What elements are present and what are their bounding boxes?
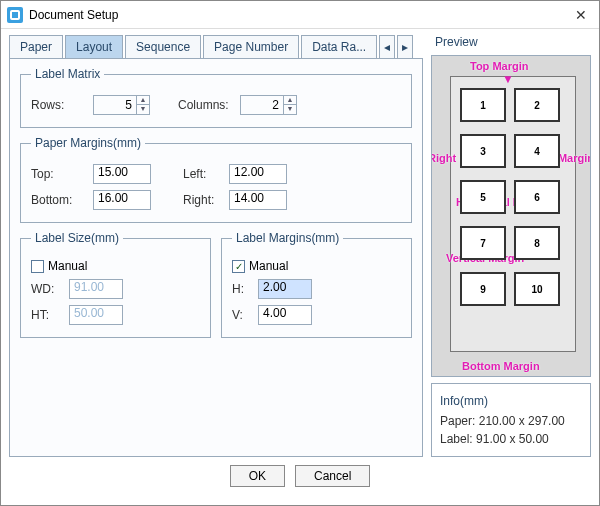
ann-top: Top Margin xyxy=(470,60,528,72)
preview-cell: 3 xyxy=(460,134,506,168)
layout-panel: Label Matrix Rows: 5 ▲▼ Columns: 2 ▲▼ xyxy=(9,59,423,457)
ok-button[interactable]: OK xyxy=(230,465,285,487)
cancel-button[interactable]: Cancel xyxy=(295,465,370,487)
margin-top-input[interactable]: 15.00 xyxy=(93,164,151,184)
window-title: Document Setup xyxy=(29,8,569,22)
cols-down[interactable]: ▼ xyxy=(284,105,296,114)
document-setup-dialog: Document Setup ✕ Paper Layout Sequence P… xyxy=(0,0,600,506)
rows-label: Rows: xyxy=(31,98,87,112)
tab-page-number[interactable]: Page Number xyxy=(203,35,299,58)
ht-input: 50.00 xyxy=(69,305,123,325)
label-margins-manual-label: Manual xyxy=(249,259,288,273)
margin-right-label: Right: xyxy=(183,193,223,207)
preview-cell: 7 xyxy=(460,226,506,260)
label-matrix-group: Label Matrix Rows: 5 ▲▼ Columns: 2 ▲▼ xyxy=(20,67,412,128)
titlebar: Document Setup ✕ xyxy=(1,1,599,29)
label-size-manual-label: Manual xyxy=(48,259,87,273)
tab-scroll-left[interactable]: ◂ xyxy=(379,35,395,58)
tabs: Paper Layout Sequence Page Number Data R… xyxy=(9,35,423,59)
preview-cell: 1 xyxy=(460,88,506,122)
v-label: V: xyxy=(232,308,252,322)
rows-spinner[interactable]: 5 ▲▼ xyxy=(93,95,150,115)
label-matrix-legend: Label Matrix xyxy=(31,67,104,81)
info-panel: Info(mm) Paper: 210.00 x 297.00 Label: 9… xyxy=(431,383,591,457)
wd-label: WD: xyxy=(31,282,63,296)
ann-bottom: Bottom Margin xyxy=(462,360,540,372)
paper-margins-group: Paper Margins(mm) Top: 15.00 Left: 12.00… xyxy=(20,136,412,223)
checkbox-checked-icon: ✓ xyxy=(232,260,245,273)
info-paper: Paper: 210.00 x 297.00 xyxy=(440,414,582,428)
tab-layout[interactable]: Layout xyxy=(65,35,123,58)
label-size-manual[interactable]: Manual xyxy=(31,259,200,273)
preview-cell: 10 xyxy=(514,272,560,306)
margin-bottom-input[interactable]: 16.00 xyxy=(93,190,151,210)
margin-left-label: Left: xyxy=(183,167,223,181)
h-label: H: xyxy=(232,282,252,296)
margin-left-input[interactable]: 12.00 xyxy=(229,164,287,184)
columns-value: 2 xyxy=(241,96,283,114)
tab-paper[interactable]: Paper xyxy=(9,35,63,58)
margin-bottom-label: Bottom: xyxy=(31,193,87,207)
tab-scroll-right[interactable]: ▸ xyxy=(397,35,413,58)
tab-sequence[interactable]: Sequence xyxy=(125,35,201,58)
info-label: Label: 91.00 x 50.00 xyxy=(440,432,582,446)
tab-data-range[interactable]: Data Ra... xyxy=(301,35,377,58)
close-button[interactable]: ✕ xyxy=(569,7,593,23)
v-input[interactable]: 4.00 xyxy=(258,305,312,325)
label-size-legend: Label Size(mm) xyxy=(31,231,123,245)
columns-spinner[interactable]: 2 ▲▼ xyxy=(240,95,297,115)
preview-cell: 5 xyxy=(460,180,506,214)
app-icon xyxy=(7,7,23,23)
rows-value: 5 xyxy=(94,96,136,114)
preview-cell: 9 xyxy=(460,272,506,306)
preview-legend: Preview xyxy=(431,35,591,49)
label-margins-legend: Label Margins(mm) xyxy=(232,231,343,245)
rows-up[interactable]: ▲ xyxy=(137,96,149,105)
dialog-footer: OK Cancel xyxy=(1,459,599,487)
preview-panel: Top Margin ▼ Right Margin Left Margin Ho… xyxy=(431,55,591,377)
h-input[interactable]: 2.00 xyxy=(258,279,312,299)
ht-label: HT: xyxy=(31,308,63,322)
margin-right-input[interactable]: 14.00 xyxy=(229,190,287,210)
label-size-group: Label Size(mm) Manual WD: 91.00 HT: 50.0… xyxy=(20,231,211,338)
checkbox-icon xyxy=(31,260,44,273)
label-margins-manual[interactable]: ✓ Manual xyxy=(232,259,401,273)
wd-input: 91.00 xyxy=(69,279,123,299)
preview-cell: 6 xyxy=(514,180,560,214)
margin-top-label: Top: xyxy=(31,167,87,181)
rows-down[interactable]: ▼ xyxy=(137,105,149,114)
paper-margins-legend: Paper Margins(mm) xyxy=(31,136,145,150)
arrow-down-icon: ▼ xyxy=(502,72,514,86)
preview-cell: 4 xyxy=(514,134,560,168)
label-margins-group: Label Margins(mm) ✓ Manual H: 2.00 V: 4.… xyxy=(221,231,412,338)
preview-cell: 2 xyxy=(514,88,560,122)
cols-up[interactable]: ▲ xyxy=(284,96,296,105)
preview-cell: 8 xyxy=(514,226,560,260)
columns-label: Columns: xyxy=(178,98,234,112)
info-legend: Info(mm) xyxy=(440,394,582,408)
